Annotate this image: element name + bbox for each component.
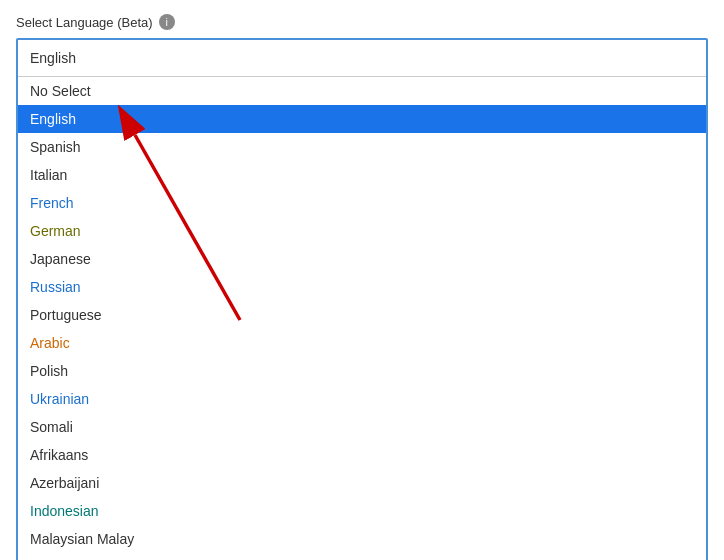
dropdown-list: No SelectEnglishSpanishItalianFrenchGerm… [18, 77, 706, 560]
dropdown-item-portuguese[interactable]: Portuguese [18, 301, 706, 329]
dropdown-item-polish[interactable]: Polish [18, 357, 706, 385]
language-select-box[interactable]: English No SelectEnglishSpanishItalianFr… [16, 38, 708, 560]
dropdown-item-english[interactable]: English [18, 105, 706, 133]
dropdown-item-french[interactable]: French [18, 189, 706, 217]
dropdown-item-afrikaans[interactable]: Afrikaans [18, 441, 706, 469]
dropdown-item-indonesian[interactable]: Indonesian [18, 497, 706, 525]
dropdown-item-somali[interactable]: Somali [18, 413, 706, 441]
info-icon[interactable]: i [159, 14, 175, 30]
label-text: Select Language (Beta) [16, 15, 153, 30]
dropdown-item-azerbaijani[interactable]: Azerbaijani [18, 469, 706, 497]
select-current-value[interactable]: English [18, 40, 706, 77]
dropdown-item-ukrainian[interactable]: Ukrainian [18, 385, 706, 413]
dropdown-item-russian[interactable]: Russian [18, 273, 706, 301]
dropdown-item-no-select[interactable]: No Select [18, 77, 706, 105]
dropdown-item-bahasa-indonesia[interactable]: Bahasa Indonesia [18, 553, 706, 560]
dropdown-item-malaysian-malay[interactable]: Malaysian Malay [18, 525, 706, 553]
dropdown-item-arabic[interactable]: Arabic [18, 329, 706, 357]
dropdown-item-italian[interactable]: Italian [18, 161, 706, 189]
dropdown-item-german[interactable]: German [18, 217, 706, 245]
dropdown-item-spanish[interactable]: Spanish [18, 133, 706, 161]
select-language-label: Select Language (Beta) i [16, 14, 708, 30]
dropdown-item-japanese[interactable]: Japanese [18, 245, 706, 273]
